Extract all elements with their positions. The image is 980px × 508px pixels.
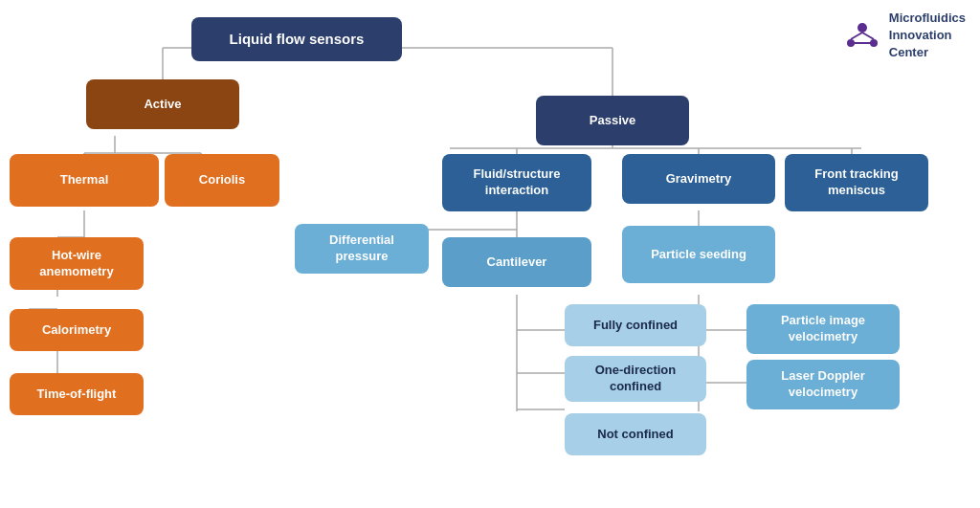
front-tracking-node: Front tracking meniscus	[785, 154, 928, 211]
diagram-container: Liquid flow sensors Active Passive Therm…	[0, 0, 980, 508]
calorimetry-node: Calorimetry	[10, 309, 144, 351]
svg-line-38	[862, 33, 874, 39]
one-direction-node: One-direction confined	[565, 356, 706, 402]
cantilever-node: Cantilever	[442, 237, 591, 287]
logo-text: Microfluidics Innovation Center	[889, 10, 966, 62]
laser-doppler-node: Laser Doppler velocimetry	[746, 360, 900, 409]
hotwire-node: Hot-wire anemometry	[10, 237, 144, 290]
svg-point-34	[858, 23, 867, 33]
logo-icon	[843, 14, 881, 56]
particle-image-node: Particle image velocimetry	[746, 304, 900, 354]
particle-seeding-node: Particle seeding	[622, 226, 775, 283]
diff-pressure-node: Differential pressure	[295, 224, 429, 274]
gravimetry-node: Gravimetry	[622, 154, 775, 204]
root-node: Liquid flow sensors	[191, 17, 402, 61]
coriolis-node: Coriolis	[165, 154, 279, 207]
fully-confined-node: Fully confined	[565, 304, 706, 346]
active-node: Active	[86, 79, 239, 129]
tof-node: Time-of-flight	[10, 373, 144, 415]
not-confined-node: Not confined	[565, 413, 706, 455]
svg-line-37	[851, 33, 862, 39]
logo: Microfluidics Innovation Center	[843, 10, 966, 62]
fluid-structure-node: Fluid/structure interaction	[442, 154, 591, 211]
passive-node: Passive	[536, 96, 689, 145]
thermal-node: Thermal	[10, 154, 159, 207]
